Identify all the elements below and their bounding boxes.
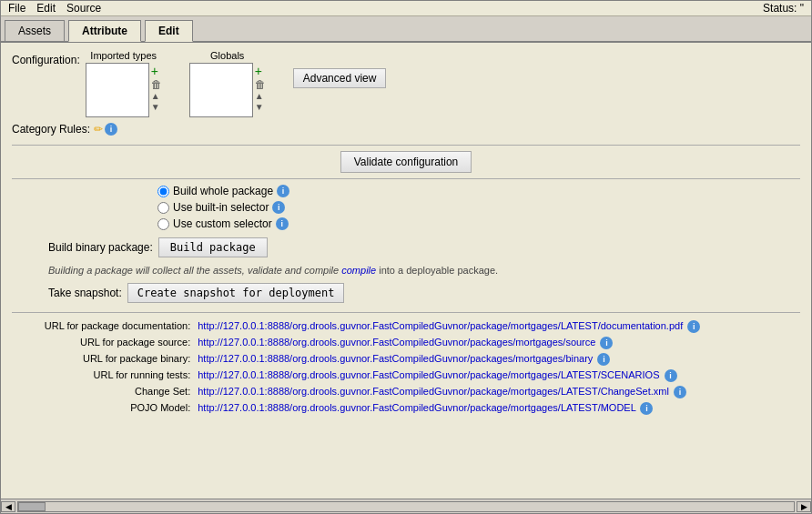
building-note: Building a package will collect all the … [12,265,800,276]
create-snapshot-button[interactable]: Create snapshot for deployment [127,283,345,303]
globals-list[interactable] [189,63,253,117]
main-window: File Edit Source Status: " Assets Attrib… [0,0,812,514]
imported-types-add-icon[interactable]: + [151,65,162,77]
url-pojo-info-icon[interactable]: i [640,402,653,415]
url-pojo-label: POJO Model: [12,400,194,417]
custom-selector-label: Use custom selector [173,217,272,230]
category-rules-edit-icon[interactable]: ✏ [94,123,103,136]
url-changeset-row: Change Set: http://127.0.0.1:8888/org.dr… [12,384,800,400]
url-changeset-label: Change Set: [12,384,194,400]
url-doc-info-icon[interactable]: i [687,320,700,333]
scroll-left-arrow[interactable]: ◀ [1,501,15,512]
imported-types-section: Imported types + 🗑 ▲ ▼ [86,50,162,117]
url-running-info-icon[interactable]: i [665,369,677,382]
tabs-row: Assets Attribute Edit [1,16,811,43]
url-binary-link[interactable]: http://127.0.0.1:8888/org.drools.guvnor.… [198,353,593,364]
category-rules-label: Category Rules: [12,123,90,136]
config-sections: Imported types + 🗑 ▲ ▼ Globals [86,50,387,117]
advanced-view-button[interactable]: Advanced view [293,68,387,88]
imported-types-up-icon[interactable]: ▲ [151,92,162,101]
built-in-selector-info-icon[interactable]: i [272,201,285,214]
url-running-label: URL for running tests: [12,368,194,384]
custom-selector-info-icon[interactable]: i [276,217,289,230]
validate-config-button[interactable]: Validate configuration [340,151,472,173]
built-in-selector-radio[interactable] [157,202,169,214]
url-source-link[interactable]: http://127.0.0.1:8888/org.drools.guvnor.… [198,337,595,348]
menu-source[interactable]: Source [66,2,101,15]
urls-table: URL for package documentation: http://12… [12,318,800,417]
category-rules-row: Category Rules: ✏ i [12,123,800,136]
build-whole-label: Build whole package [173,185,273,197]
url-pojo-link[interactable]: http://127.0.0.1:8888/org.drools.guvnor.… [198,402,635,413]
url-changeset-link[interactable]: http://127.0.0.1:8888/org.drools.guvnor.… [198,386,669,397]
separator-2 [12,178,800,179]
snapshot-label: Take snapshot: [48,287,122,299]
url-source-label: URL for package source: [12,335,194,351]
custom-selector-row: Use custom selector i [12,217,800,230]
scroll-right-arrow[interactable]: ▶ [797,501,811,512]
build-whole-info-icon[interactable]: i [277,185,289,197]
snapshot-row: Take snapshot: Create snapshot for deplo… [12,283,800,303]
globals-add-icon[interactable]: + [255,65,266,77]
imported-types-label: Imported types [90,50,157,61]
globals-section: Globals + 🗑 ▲ ▼ [189,50,266,117]
menu-edit[interactable]: Edit [36,2,56,15]
url-pojo-row: POJO Model: http://127.0.0.1:8888/org.dr… [12,400,800,417]
build-whole-package-row: Build whole package i [12,185,800,197]
globals-delete-icon[interactable]: 🗑 [255,79,266,90]
separator-1 [12,145,800,146]
build-package-button[interactable]: Build package [158,237,268,257]
globals-label: Globals [210,50,244,61]
build-binary-row: Build binary package: Build package [12,237,800,257]
url-source-row: URL for package source: http://127.0.0.1… [12,335,800,351]
imported-types-list[interactable] [86,63,149,117]
url-changeset-info-icon[interactable]: i [674,386,686,398]
url-doc-label: URL for package documentation: [12,318,194,335]
globals-down-icon[interactable]: ▼ [255,103,266,112]
url-source-info-icon[interactable]: i [600,337,613,349]
url-doc-row: URL for package documentation: http://12… [12,318,800,335]
imported-types-delete-icon[interactable]: 🗑 [151,79,162,90]
url-running-link[interactable]: http://127.0.0.1:8888/org.drools.guvnor.… [198,369,659,380]
url-doc-link[interactable]: http://127.0.0.1:8888/org.drools.guvnor.… [198,320,683,331]
build-binary-label: Build binary package: [48,241,153,254]
menu-file[interactable]: File [8,2,25,15]
url-binary-info-icon[interactable]: i [597,353,610,366]
scrollbar-track[interactable] [17,501,795,512]
build-whole-radio[interactable] [157,186,169,197]
horizontal-scrollbar[interactable]: ◀ ▶ [1,499,811,513]
built-in-selector-label: Use built-in selector [173,201,269,214]
url-running-row: URL for running tests: http://127.0.0.1:… [12,368,800,384]
scrollbar-thumb[interactable] [18,502,46,511]
globals-up-icon[interactable]: ▲ [255,92,266,101]
category-rules-info-icon[interactable]: i [105,123,117,136]
tab-edit[interactable]: Edit [145,20,193,42]
content-area: Configuration: Imported types + 🗑 ▲ ▼ [1,43,811,499]
status-bar: Status: " [763,2,804,15]
tab-assets[interactable]: Assets [5,20,65,41]
tab-attribute[interactable]: Attribute [68,20,141,42]
config-row: Configuration: Imported types + 🗑 ▲ ▼ [12,50,800,117]
separator-3 [12,312,800,313]
config-label: Configuration: [12,50,80,66]
imported-types-down-icon[interactable]: ▼ [151,103,162,112]
url-binary-label: URL for package binary: [12,351,194,368]
validate-section: Validate configuration [12,151,800,173]
url-binary-row: URL for package binary: http://127.0.0.1… [12,351,800,368]
custom-selector-radio[interactable] [157,218,169,230]
built-in-selector-row: Use built-in selector i [12,201,800,214]
